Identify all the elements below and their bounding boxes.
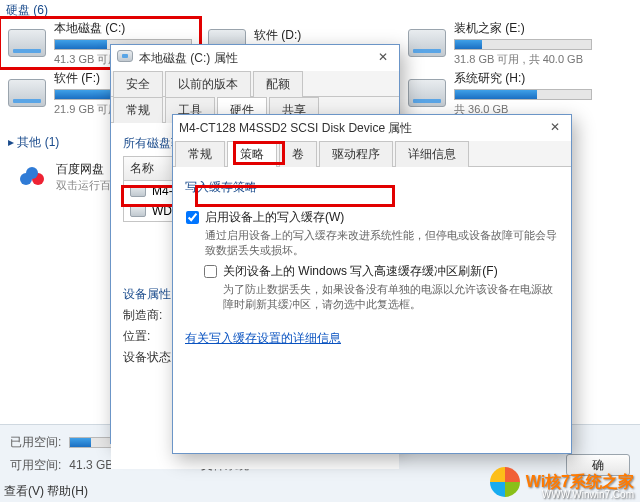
drive-h[interactable]: 系统研究 (H:) 共 36.0 GB: [400, 68, 600, 118]
tab-general[interactable]: 常规: [113, 97, 163, 123]
baidu-title: 百度网盘: [56, 161, 111, 178]
tab-general[interactable]: 常规: [175, 141, 225, 167]
section-title-drives: 硬盘 (6): [6, 2, 48, 19]
dialog-device-properties: M4-CT128 M4SSD2 SCSI Disk Device 属性 ✕ 常规…: [172, 114, 572, 454]
checkbox-disable-buffer-flush[interactable]: 关闭设备上的 Windows 写入高速缓存缓冲区刷新(F) 为了防止数据丢失，如…: [204, 263, 558, 313]
other-label: 其他 (1): [17, 135, 59, 149]
section-other: ▸ 其他 (1) 百度网盘 双击运行百: [0, 130, 127, 199]
checkbox-label: 启用设备上的写入缓存(W): [205, 209, 558, 226]
close-icon[interactable]: ✕: [545, 119, 565, 135]
hard-disk-icon: [117, 50, 133, 66]
section-title-other: ▸ 其他 (1): [0, 130, 127, 155]
tab-security[interactable]: 安全: [113, 71, 163, 97]
checkbox-label: 关闭设备上的 Windows 写入高速缓存缓冲区刷新(F): [223, 263, 558, 280]
drive-label: 装机之家 (E:): [454, 20, 592, 37]
tab-quota[interactable]: 配额: [253, 71, 303, 97]
drive-usage-bar: [454, 39, 592, 50]
hard-disk-icon: [408, 29, 446, 57]
dialog-title: M4-CT128 M4SSD2 SCSI Disk Device 属性: [179, 120, 565, 137]
checkbox-description: 为了防止数据丢失，如果设备没有单独的电源以允许该设备在电源故障时刷新其缓冲区，请…: [223, 282, 558, 313]
drive-e[interactable]: 装机之家 (E:) 31.8 GB 可用 , 共 40.0 GB: [400, 18, 600, 68]
close-icon[interactable]: ✕: [373, 49, 393, 65]
hard-disk-icon: [408, 79, 446, 107]
used-space-label: 已用空间:: [10, 434, 61, 451]
tab-strip: 常规 策略 卷 驱动程序 详细信息: [173, 141, 571, 167]
drive-sublabel: 31.8 GB 可用 , 共 40.0 GB: [454, 52, 592, 67]
link-cache-settings-info[interactable]: 有关写入缓存设置的详细信息: [185, 330, 341, 347]
tab-details[interactable]: 详细信息: [395, 141, 469, 167]
checkbox-input[interactable]: [204, 265, 217, 278]
baidu-cloud-icon: [16, 161, 48, 193]
write-cache-policy-title: 写入缓存策略: [185, 179, 559, 196]
free-space-value: 41.3 GB: [69, 458, 113, 472]
drive-label: 本地磁盘 (C:): [54, 20, 192, 37]
disk-icon: [130, 185, 146, 197]
hard-disk-icon: [8, 29, 46, 57]
svg-point-2: [26, 167, 38, 179]
tab-previous-versions[interactable]: 以前的版本: [165, 71, 251, 97]
baidu-sub: 双击运行百: [56, 178, 111, 193]
disk-icon: [130, 205, 146, 217]
checkbox-enable-write-cache[interactable]: 启用设备上的写入缓存(W) 通过启用设备上的写入缓存来改进系统性能，但停电或设备…: [186, 209, 558, 259]
tab-strip: 安全 以前的版本 配额: [111, 71, 399, 97]
drive-label: 软件 (D:): [254, 27, 392, 44]
free-space-label: 可用空间:: [10, 457, 61, 474]
hard-disk-icon: [8, 79, 46, 107]
tab-policy[interactable]: 策略: [227, 141, 277, 167]
baidu-netdisk-item[interactable]: 百度网盘 双击运行百: [0, 155, 127, 199]
drive-label: 系统研究 (H:): [454, 70, 592, 87]
ok-button-truncated[interactable]: 确: [566, 454, 630, 476]
dialog-title: 本地磁盘 (C:) 属性: [139, 50, 393, 67]
drive-usage-bar: [454, 89, 592, 100]
tab-driver[interactable]: 驱动程序: [319, 141, 393, 167]
checkbox-input[interactable]: [186, 211, 199, 224]
checkbox-description: 通过启用设备上的写入缓存来改进系统性能，但停电或设备故障可能会导致数据丢失或损坏…: [205, 228, 558, 259]
menu-bar[interactable]: 查看(V) 帮助(H): [4, 483, 88, 500]
tab-volumes[interactable]: 卷: [279, 141, 317, 167]
